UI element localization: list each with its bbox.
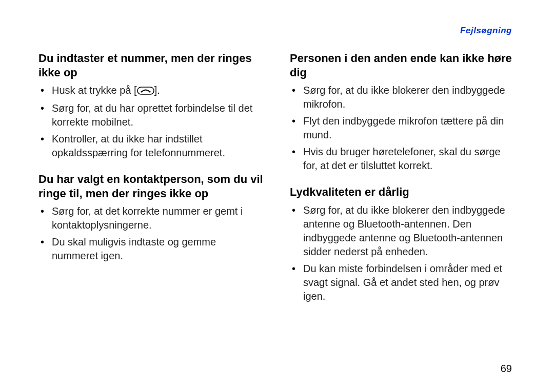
list-item: Flyt den indbyggede mikrofon tættere på … xyxy=(301,114,516,142)
list-item: Husk at trykke på []. xyxy=(50,84,264,98)
section-poor-audio: Lydkvaliteten er dårlig Sørg for, at du … xyxy=(290,185,516,303)
section-heading: Du har valgt en kontaktperson, som du vi… xyxy=(38,172,264,200)
svg-point-2 xyxy=(149,91,150,92)
list-item: Sørg for, at du ikke blokerer den indbyg… xyxy=(301,84,516,111)
section-heading: Personen i den anden ende kan ikke høre … xyxy=(290,51,516,79)
page: Fejlsøgning Du indtaster et nummer, men … xyxy=(0,0,554,392)
list-item: Du skal muligvis indtaste og gemme numme… xyxy=(50,235,264,263)
bullet-list: Husk at trykke på []. Sørg for, at du ha… xyxy=(38,84,264,160)
list-item: Kontroller, at du ikke har indstillet op… xyxy=(50,132,264,160)
left-column: Du indtaster et nummer, men der ringes i… xyxy=(38,51,264,306)
bullet-list: Sørg for, at du ikke blokerer den indbyg… xyxy=(290,203,516,303)
section-cannot-hear-you: Personen i den anden ende kan ikke høre … xyxy=(290,51,516,173)
list-item: Sørg for, at du har oprettet forbindelse… xyxy=(50,101,264,129)
section-contact-no-call: Du har valgt en kontaktperson, som du vi… xyxy=(38,172,264,263)
bullet-text-post: ]. xyxy=(154,85,160,96)
svg-rect-0 xyxy=(137,87,154,94)
bullet-text-pre: Husk at trykke på [ xyxy=(52,85,137,96)
right-column: Personen i den anden ende kan ikke høre … xyxy=(290,51,516,306)
list-item: Sørg for, at du ikke blokerer den indbyg… xyxy=(301,203,516,259)
list-item: Du kan miste forbindelsen i områder med … xyxy=(301,262,516,303)
bullet-list: Sørg for, at du ikke blokerer den indbyg… xyxy=(290,84,516,173)
page-number: 69 xyxy=(501,363,512,375)
svg-point-1 xyxy=(141,91,142,92)
list-item: Sørg for, at det korrekte nummer er gemt… xyxy=(50,204,264,232)
section-dialing-no-call: Du indtaster et nummer, men der ringes i… xyxy=(38,51,264,160)
section-heading: Du indtaster et nummer, men der ringes i… xyxy=(38,51,264,79)
running-header: Fejlsøgning xyxy=(460,26,512,36)
bullet-list: Sørg for, at det korrekte nummer er gemt… xyxy=(38,204,264,263)
call-key-icon xyxy=(137,85,154,98)
section-heading: Lydkvaliteten er dårlig xyxy=(290,185,516,199)
list-item: Hvis du bruger høretelefoner, skal du sø… xyxy=(301,145,516,173)
content-columns: Du indtaster et nummer, men der ringes i… xyxy=(38,51,516,306)
